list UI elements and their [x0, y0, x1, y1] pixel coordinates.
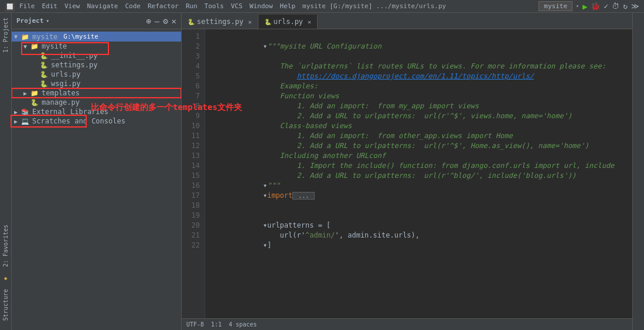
status-spaces: 4 spaces: [229, 321, 257, 328]
window-controls[interactable]: 🔲: [5, 2, 15, 11]
folder-icon: 📁: [21, 33, 30, 40]
tree-item-mysite-root[interactable]: ▼ 📁 mysite G:\mysite: [12, 32, 181, 42]
py-tab-icon: 🐍: [264, 19, 271, 25]
py-file-icon: 🐍: [30, 99, 40, 106]
py-file-icon: 🐍: [40, 71, 49, 78]
line-num-12: 12: [182, 141, 205, 151]
line-num-18: 18: [182, 201, 205, 211]
folder-icon: 📁: [30, 43, 40, 50]
line-num-11: 11: [182, 131, 205, 141]
tree-item-init-py[interactable]: 🐍 __init__.py: [12, 51, 181, 60]
line-numbers: 1 2 3 4 5 6 7 8 9 10 11 12 13 14 15 16 1: [182, 29, 205, 318]
tab-urls-label: urls.py: [274, 18, 304, 26]
project-tab[interactable]: 1: Project: [1, 13, 10, 57]
menu-navigate[interactable]: Navigate: [87, 2, 118, 10]
status-encoding: UTF-8: [186, 321, 204, 328]
line-num-8: 8: [182, 101, 205, 111]
run-button[interactable]: ▶: [582, 2, 587, 11]
locate-icon[interactable]: ⊕: [146, 16, 151, 26]
menu-code[interactable]: Code: [125, 2, 141, 10]
tree-item-ext-libs[interactable]: ▶ 📚 External Libraries: [12, 107, 181, 116]
tree-label-wsgi-py: wsgi.py: [51, 80, 81, 88]
code-line-22: [212, 240, 625, 250]
star-icon[interactable]: ★: [2, 274, 10, 282]
menu-edit[interactable]: Edit: [42, 2, 58, 10]
menu-bar: File Edit View Navigate Code Refactor Ru…: [19, 2, 295, 10]
tree-item-wsgi-py[interactable]: 🐍 wsgi.py: [12, 79, 181, 88]
line-num-7: 7: [182, 91, 205, 101]
structure-tab[interactable]: Structure: [1, 284, 10, 325]
tab-settings[interactable]: 🐍 settings.py ✕: [182, 15, 258, 29]
code-line-1: ▾"""mysite URL Configuration: [212, 32, 625, 42]
menu-refactor[interactable]: Refactor: [148, 2, 179, 10]
code-editor[interactable]: 1 2 3 4 5 6 7 8 9 10 11 12 13 14 15 16 1: [182, 29, 632, 318]
title-bar: 🔲 File Edit View Navigate Code Refactor …: [0, 0, 644, 13]
status-line-col: 1:1: [211, 321, 222, 328]
fold-indicator[interactable]: ...: [292, 192, 315, 200]
tree-item-mysite-pkg[interactable]: ▼ 📁 mysite: [12, 42, 181, 51]
project-title: Project: [16, 17, 43, 25]
line-num-14: 14: [182, 161, 205, 171]
expand-arrow: ▼: [14, 33, 21, 40]
close-icon[interactable]: ✕: [172, 16, 176, 26]
main-layout: 1: Project 2: Favorites ★ Structure Proj…: [0, 13, 644, 330]
tree-item-templates[interactable]: ▶ 📁 templates: [12, 88, 181, 98]
project-actions: ⊕ — ⚙ ✕: [146, 16, 176, 26]
menu-view[interactable]: View: [64, 2, 80, 10]
project-dropdown-arrow[interactable]: ▾: [46, 18, 49, 24]
menu-window[interactable]: Window: [250, 2, 273, 10]
profile-button[interactable]: ⏱: [612, 2, 619, 11]
tab-urls-close[interactable]: ✕: [308, 19, 311, 25]
project-panel: Project ▾ ⊕ — ⚙ ✕ ▼ 📁 mysite G:\mysite: [12, 13, 182, 330]
line-num-4: 4: [182, 61, 205, 71]
line-num-5: 5: [182, 71, 205, 81]
expand-arrow: ▶: [23, 90, 30, 97]
tree-label-scratches: Scratches and Consoles: [32, 117, 125, 125]
line-num-19: 19: [182, 211, 205, 221]
line-num-13: 13: [182, 151, 205, 161]
menu-vcs[interactable]: VCS: [231, 2, 243, 10]
settings-icon[interactable]: ⚙: [163, 16, 168, 26]
menu-run[interactable]: Run: [186, 2, 197, 10]
menu-tools[interactable]: Tools: [205, 2, 224, 10]
path-display: mysite [G:/mysite] .../mysite/urls.py: [302, 2, 446, 10]
coverage-button[interactable]: ✓: [604, 2, 608, 11]
more-button[interactable]: ≫: [631, 2, 639, 11]
tree-label-settings-py: settings.py: [51, 61, 97, 69]
tree-item-manage-py[interactable]: 🐍 manage.py: [12, 98, 181, 107]
line-num-21: 21: [182, 231, 205, 240]
reload-button[interactable]: ↻: [623, 2, 628, 11]
run-dropdown-arrow[interactable]: ▾: [576, 4, 579, 9]
code-content[interactable]: ▾"""mysite URL Configuration The `urlpat…: [205, 29, 632, 318]
library-icon: 📚: [21, 108, 30, 115]
menu-help[interactable]: Help: [280, 2, 296, 10]
menu-file[interactable]: File: [19, 2, 35, 10]
line-num-10: 10: [182, 121, 205, 131]
status-bar: UTF-8 1:1 4 spaces: [182, 318, 632, 330]
code-line-19: ▾urlpatterns = [: [212, 211, 625, 221]
line-num-2: 2: [182, 42, 205, 51]
tree-item-urls-py[interactable]: 🐍 urls.py: [12, 70, 181, 79]
collapse-icon[interactable]: —: [155, 16, 159, 26]
tab-urls[interactable]: 🐍 urls.py ✕: [258, 15, 318, 29]
code-line-3: The `urlpatterns` list routes URLs to vi…: [212, 51, 625, 61]
tree-label-templates: templates: [42, 89, 80, 97]
tree-item-scratches[interactable]: ▶ 💻 Scratches and Consoles: [12, 116, 181, 126]
py-file-icon: 🐍: [40, 52, 49, 59]
line-num-17: 17: [182, 191, 205, 201]
py-file-icon: 🐍: [40, 80, 49, 87]
code-line-18: [212, 201, 625, 211]
expand-arrow: ▼: [23, 43, 30, 50]
tree-label-mysite-root: mysite: [32, 33, 57, 41]
favorites-tab[interactable]: 2: Favorites: [1, 220, 10, 271]
folder-icon: 📁: [30, 90, 40, 97]
tab-settings-close[interactable]: ✕: [248, 19, 251, 25]
tree-label-mysite-pkg: mysite: [42, 42, 67, 50]
run-config-dropdown[interactable]: mysite: [539, 1, 573, 11]
line-num-1: 1: [182, 32, 205, 42]
debug-button[interactable]: 🐞: [591, 2, 600, 11]
line-num-3: 3: [182, 51, 205, 61]
expand-arrow: ▶: [14, 118, 21, 125]
tree-item-settings-py[interactable]: 🐍 settings.py: [12, 60, 181, 70]
window-icon: 🔲: [5, 2, 15, 11]
